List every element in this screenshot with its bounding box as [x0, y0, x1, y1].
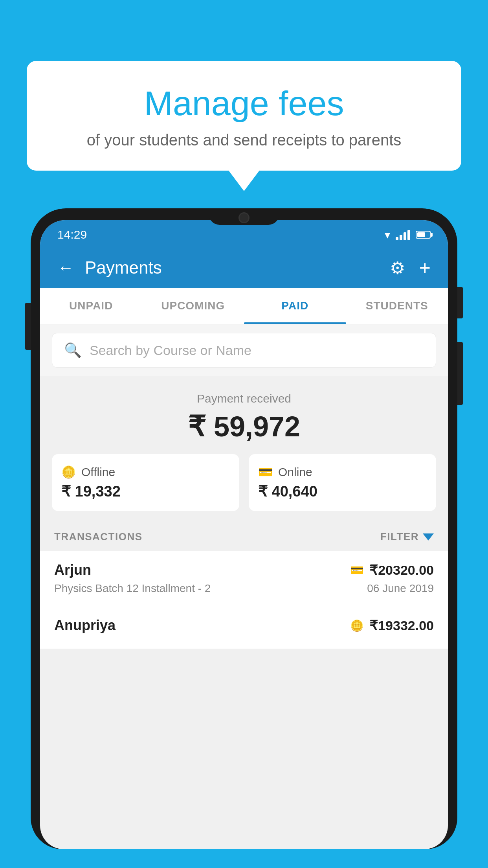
signal-bar-4: [407, 230, 410, 240]
settings-icon[interactable]: ⚙: [390, 258, 405, 278]
status-icons: ▾: [385, 228, 431, 241]
transactions-header: TRANSACTIONS FILTER: [40, 523, 448, 551]
phone-notch: [209, 208, 279, 225]
tab-upcoming[interactable]: UPCOMING: [142, 288, 244, 324]
transaction-right: 💳 ₹20320.00: [350, 562, 434, 578]
status-time: 14:29: [57, 228, 87, 241]
signal-bar-3: [404, 232, 406, 240]
search-icon: 🔍: [64, 342, 82, 359]
filter-label: FILTER: [380, 531, 419, 543]
app-header: ← Payments ⚙ +: [40, 248, 448, 288]
battery-icon: [416, 231, 431, 239]
tabs-container: UNPAID UPCOMING PAID STUDENTS: [40, 288, 448, 324]
transaction-name: Arjun: [54, 562, 91, 578]
offline-card-top: 🪙 Offline: [61, 465, 230, 479]
transaction-name: Anupriya: [54, 617, 116, 634]
speech-bubble: Manage fees of your students and send re…: [27, 61, 461, 171]
online-icon: 💳: [258, 465, 273, 479]
payment-summary: Payment received ₹ 59,972 🪙 Offline ₹ 19…: [40, 376, 448, 523]
bubble-subtitle: of your students and send receipts to pa…: [58, 131, 430, 149]
offline-icon: 🪙: [61, 465, 76, 479]
phone-camera: [238, 212, 250, 223]
online-label: Online: [278, 465, 312, 479]
transaction-amount: ₹19332.00: [369, 618, 434, 633]
search-container: 🔍 Search by Course or Name: [40, 324, 448, 376]
table-row[interactable]: Arjun 💳 ₹20320.00 Physics Batch 12 Insta…: [40, 551, 448, 606]
transaction-right: 🪙 ₹19332.00: [350, 618, 434, 633]
transactions-label: TRANSACTIONS: [54, 531, 143, 543]
back-button[interactable]: ←: [57, 258, 74, 277]
transaction-date: 06 June 2019: [367, 582, 434, 595]
side-button-volume: [25, 303, 31, 350]
tab-paid[interactable]: PAID: [244, 288, 346, 324]
header-right: ⚙ +: [390, 256, 431, 279]
signal-bar-2: [400, 235, 402, 240]
offline-payment-card: 🪙 Offline ₹ 19,332: [52, 454, 239, 511]
online-payment-icon: 💳: [350, 564, 364, 577]
online-amount: ₹ 40,640: [258, 483, 427, 500]
bubble-title: Manage fees: [58, 85, 430, 123]
transaction-row-top: Anupriya 🪙 ₹19332.00: [54, 617, 434, 634]
table-row[interactable]: Anupriya 🪙 ₹19332.00: [40, 606, 448, 649]
transaction-row-top: Arjun 💳 ₹20320.00: [54, 562, 434, 578]
transaction-row-bottom: Physics Batch 12 Installment - 2 06 June…: [54, 582, 434, 595]
offline-payment-icon: 🪙: [350, 619, 364, 632]
offline-amount: ₹ 19,332: [61, 483, 230, 500]
search-input[interactable]: Search by Course or Name: [90, 343, 251, 358]
signal-bar-1: [396, 237, 398, 240]
side-button-volume-right: [457, 342, 463, 405]
side-button-power: [457, 287, 463, 318]
payment-cards: 🪙 Offline ₹ 19,332 💳 Online ₹ 40,640: [52, 454, 436, 511]
tab-students[interactable]: STUDENTS: [346, 288, 448, 324]
battery-fill: [417, 232, 425, 237]
payment-received-label: Payment received: [52, 392, 436, 405]
signal-bars: [396, 229, 410, 240]
transaction-amount: ₹20320.00: [369, 562, 434, 578]
header-left: ← Payments: [57, 258, 162, 278]
online-payment-card: 💳 Online ₹ 40,640: [249, 454, 436, 511]
speech-bubble-container: Manage fees of your students and send re…: [27, 61, 461, 171]
transaction-course: Physics Batch 12 Installment - 2: [54, 582, 211, 595]
tab-unpaid[interactable]: UNPAID: [40, 288, 142, 324]
online-card-top: 💳 Online: [258, 465, 427, 479]
search-box[interactable]: 🔍 Search by Course or Name: [52, 333, 436, 368]
filter-button[interactable]: FILTER: [380, 531, 434, 543]
page-title: Payments: [85, 258, 162, 278]
phone-outer: 14:29 ▾ ← Pa: [31, 208, 457, 849]
phone-wrapper: 14:29 ▾ ← Pa: [31, 208, 457, 868]
filter-icon: [423, 533, 434, 541]
payment-total-amount: ₹ 59,972: [52, 410, 436, 443]
wifi-icon: ▾: [385, 228, 390, 241]
add-button[interactable]: +: [419, 256, 431, 279]
phone-screen: 14:29 ▾ ← Pa: [40, 220, 448, 849]
offline-label: Offline: [81, 465, 115, 479]
